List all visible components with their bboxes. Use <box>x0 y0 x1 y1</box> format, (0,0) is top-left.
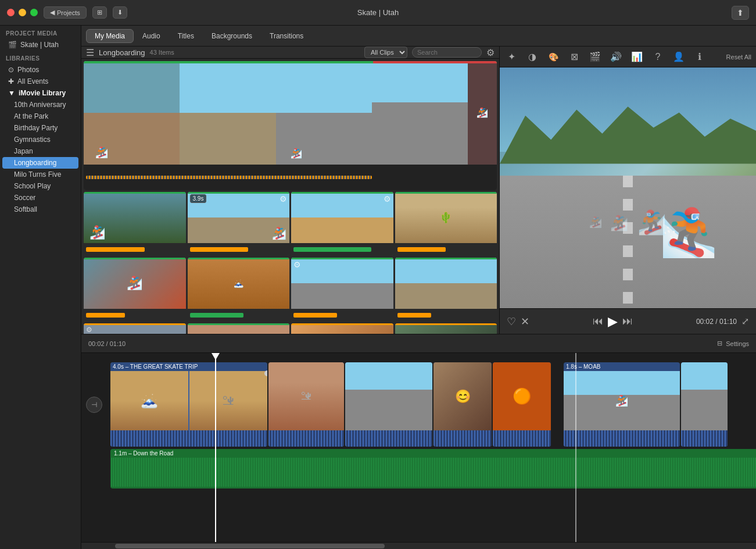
main-layout: PROJECT MEDIA 🎬 Skate | Utah LIBRARIES ⊙… <box>0 26 756 549</box>
libraries-label: LIBRARIES <box>0 51 81 64</box>
titlebar: ◀ Projects ⊞ ⬇ Skate | Utah ⬆ <box>0 0 756 26</box>
crop-icon[interactable]: ⊠ <box>567 51 581 62</box>
tab-my-media[interactable]: My Media <box>86 29 134 43</box>
reset-all-button[interactable]: Reset All <box>726 54 751 60</box>
expand-icon[interactable]: ⤢ <box>741 316 749 327</box>
traffic-lights <box>0 9 38 16</box>
video-frame: 🏂 🏂 🏂 🏂 <box>500 67 756 308</box>
browser-title: Longboarding <box>99 48 145 57</box>
sidebar-item-project[interactable]: 🎬 Skate | Utah <box>2 39 78 51</box>
clip-thumb-fullrow[interactable]: 🏂 🏂 🏂 <box>84 61 497 190</box>
sidebar-item-gymnastics[interactable]: Gymnastics <box>2 134 78 145</box>
stabilization-icon[interactable]: 🎬 <box>588 51 602 62</box>
face-icon[interactable]: 👤 <box>672 51 686 62</box>
clip-thumb-4[interactable]: 🌵 <box>395 192 497 256</box>
video-track: ⊣ 4.0s – THE GREAT SKATE TRIP 🗻 🏜 <box>81 362 756 447</box>
sidebar-item-longboarding[interactable]: Longboarding <box>2 157 78 169</box>
events-icon: ✚ <box>8 77 14 85</box>
skip-back-icon[interactable]: ⏮ <box>593 315 603 327</box>
chevron-down-icon: ▼ <box>8 89 15 97</box>
tab-titles[interactable]: Titles <box>169 29 203 43</box>
window-title: Skate | Utah <box>357 8 399 17</box>
noise-reduction-icon[interactable]: 📊 <box>630 51 644 62</box>
sidebar-item-soccer[interactable]: Soccer <box>2 192 78 204</box>
share-button[interactable]: ⬆ <box>732 6 749 20</box>
sidebar-item-10th-anniversary[interactable]: 10th Anniversary <box>2 99 78 110</box>
magic-wand-icon[interactable]: ✦ <box>504 51 518 62</box>
timeline-scrollbar[interactable] <box>81 542 756 549</box>
clip-thumb-12[interactable]: 🌲 😎 <box>395 323 497 334</box>
sidebar-item-birthday-party[interactable]: Birthday Party <box>2 122 78 134</box>
timeline-clip-1[interactable]: 4.0s – THE GREAT SKATE TRIP 🗻 🏜 <box>110 362 267 447</box>
chevron-left-icon: ◀ <box>50 9 55 16</box>
sidebar-item-japan[interactable]: Japan <box>2 145 78 157</box>
track-nav-prev[interactable]: ⊣ <box>86 397 102 413</box>
info-icon[interactable]: ℹ <box>693 51 707 62</box>
favorite-icon[interactable]: ♡ <box>507 315 516 328</box>
preview-controls: ♡ ✕ ⏮ ▶ ⏭ 00:02 / 01:10 ⤢ <box>500 308 756 334</box>
tab-audio[interactable]: Audio <box>134 29 169 43</box>
clip-handle[interactable] <box>264 370 267 376</box>
media-tabs: My Media Audio Titles Backgrounds Transi… <box>81 26 756 47</box>
clip-thumb-8[interactable] <box>395 258 497 322</box>
help-icon[interactable]: ? <box>651 52 665 62</box>
browser-view-icon[interactable]: ☰ <box>86 47 94 58</box>
browser-row-4: ⚙ MORMONROCKSCAMP 😊 <box>81 322 499 334</box>
sidebar-item-imovie-library[interactable]: ▼ iMovie Library <box>2 87 78 99</box>
clip-duration-badge: 3.9s <box>190 194 207 203</box>
browser-toolbar: ☰ Longboarding 43 Items All Clips ⚙ <box>81 47 499 59</box>
clip-thumb-5[interactable]: 🏂 <box>84 258 186 322</box>
settings-button[interactable]: ⊟ Settings <box>717 340 749 347</box>
sidebar-item-all-events[interactable]: ✚ All Events <box>2 76 78 87</box>
playhead-1[interactable] <box>215 353 216 542</box>
view-toggle-button[interactable]: ⊞ <box>92 6 107 19</box>
settings-icon[interactable]: ⚙ <box>486 47 495 58</box>
audio-track: 1.1m – Down the Road <box>81 449 756 489</box>
play-pause-button[interactable]: ▶ <box>608 314 618 329</box>
close-button[interactable] <box>7 9 15 16</box>
sidebar-item-softball[interactable]: Softball <box>2 204 78 215</box>
audio-track-label: 1.1m – Down the Road <box>110 449 756 458</box>
timeline-clip-5[interactable]: 🟠 <box>493 362 551 447</box>
timeline-clip-last[interactable] <box>681 362 728 447</box>
clip-thumb-7[interactable]: ⚙ <box>291 258 393 322</box>
tab-backgrounds[interactable]: Backgrounds <box>203 29 261 43</box>
tab-transitions[interactable]: Transitions <box>261 29 312 43</box>
timeline-area: 00:02 / 01:10 ⊟ Settings ⊣ <box>81 334 756 549</box>
reject-icon[interactable]: ✕ <box>521 315 529 328</box>
browser-row-3: 🏂 🗻 ⚙ <box>81 256 499 322</box>
sidebar-item-photos[interactable]: ⊙ Photos <box>2 64 78 76</box>
clip-thumb-1[interactable]: 🏂 <box>84 192 186 256</box>
timeline-clip-moab[interactable]: 1.8s – MOAB 🏂 <box>564 362 680 447</box>
fullscreen-button[interactable] <box>30 9 38 16</box>
clip-thumb-6[interactable]: 🗻 <box>188 258 290 322</box>
clip-thumb-2[interactable]: 🏂 3.9s ⚙ <box>188 192 290 256</box>
sidebar-item-milo-turns-five[interactable]: Milo Turns Five <box>2 169 78 180</box>
timeline-scroll[interactable]: ⊣ 4.0s – THE GREAT SKATE TRIP 🗻 🏜 <box>81 353 756 542</box>
clip-thumb-9[interactable]: ⚙ <box>84 323 186 334</box>
timeline-clip-3[interactable] <box>345 362 432 447</box>
clip-thumb-10[interactable]: MORMONROCKSCAMP <box>188 323 290 334</box>
volume-icon[interactable]: 🔊 <box>609 51 623 62</box>
clip-thumb-3[interactable]: ⚙ <box>291 192 393 256</box>
timeline-clip-4[interactable]: 😊 <box>433 362 492 447</box>
scrollbar-thumb[interactable] <box>115 544 385 548</box>
audio-track-clip[interactable]: 1.1m – Down the Road <box>110 449 756 489</box>
timeline-time-display: 00:02 / 01:10 <box>88 340 126 347</box>
sidebar-item-at-the-park[interactable]: At the Park <box>2 110 78 122</box>
search-input[interactable] <box>412 47 482 58</box>
sidebar: PROJECT MEDIA 🎬 Skate | Utah LIBRARIES ⊙… <box>0 26 81 549</box>
clip-thumb-11[interactable]: 😊 <box>291 323 393 334</box>
import-button[interactable]: ⬇ <box>113 6 127 19</box>
clips-filter-select[interactable]: All Clips <box>364 47 407 58</box>
projects-button[interactable]: ◀ Projects <box>44 6 87 19</box>
playhead-2[interactable] <box>575 353 576 542</box>
sidebar-item-school-play[interactable]: School Play <box>2 180 78 192</box>
timeline-clip-2[interactable]: 🏜 <box>268 362 344 447</box>
skip-forward-icon[interactable]: ⏭ <box>622 315 633 327</box>
minimize-button[interactable] <box>19 9 26 16</box>
color-wheels-icon[interactable]: 🎨 <box>546 52 560 62</box>
preview-video: 🏂 🏂 🏂 🏂 <box>500 67 756 308</box>
color-correction-icon[interactable]: ◑ <box>525 51 539 62</box>
clip-moab-label: 1.8s – MOAB <box>564 362 680 371</box>
